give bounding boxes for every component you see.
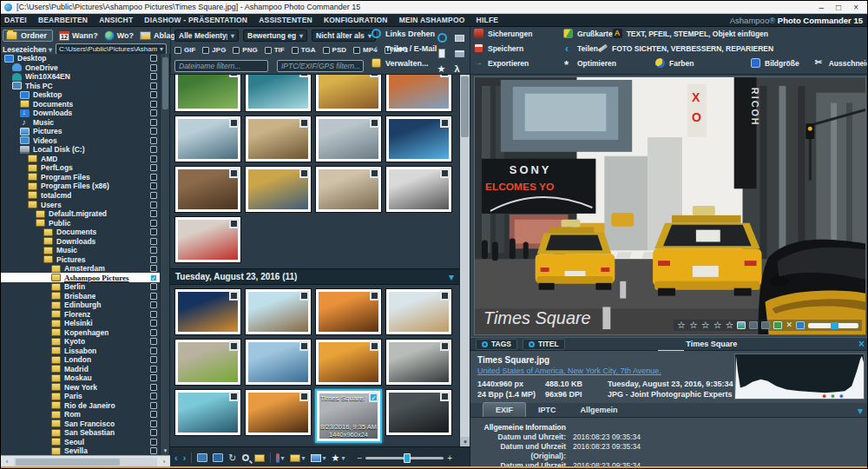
share-email-button[interactable]: ‹ Teilen / E-Mail xyxy=(372,43,437,54)
picture-dropdown[interactable]: ▾ xyxy=(311,454,326,462)
folder-dropdown[interactable]: ▾ xyxy=(290,454,306,462)
image-icon[interactable] xyxy=(197,453,207,462)
preview-zoom-slider[interactable] xyxy=(808,323,858,328)
menu-item[interactable]: ASSISTENTEN xyxy=(259,16,312,24)
menu-item[interactable]: BEARBEITEN xyxy=(38,16,88,24)
tree-item[interactable]: San Francisco xyxy=(1,419,169,429)
thumbnail[interactable] xyxy=(245,288,312,335)
thumbnail[interactable] xyxy=(385,288,452,335)
bookmarks-dropdown[interactable]: Lesezeichen ▾ xyxy=(3,45,52,54)
tree-item-checkbox[interactable] xyxy=(150,311,157,318)
tree-item[interactable]: Pictures xyxy=(1,127,169,136)
tree-item-checkbox[interactable] xyxy=(150,55,157,62)
tree-item-checkbox[interactable] xyxy=(150,393,157,400)
gray-icon[interactable] xyxy=(761,321,770,329)
tree-item-checkbox[interactable] xyxy=(150,128,157,135)
thumbnail[interactable] xyxy=(385,166,452,213)
menu-item[interactable]: HILFE xyxy=(477,16,499,24)
tree-item-checkbox[interactable] xyxy=(150,402,157,409)
thumbnail[interactable] xyxy=(385,389,452,436)
thumbnail-checkbox[interactable] xyxy=(299,118,309,128)
filetype-checkbox[interactable]: PNG xyxy=(233,46,257,54)
collapse-tabs-icon[interactable]: ▾ xyxy=(858,405,868,417)
tree-item-checkbox[interactable] xyxy=(150,384,157,391)
filetype-checkbox[interactable]: TGA xyxy=(292,46,316,54)
thumbnail-checkbox[interactable] xyxy=(370,168,379,178)
prev-icon[interactable]: ‹ xyxy=(174,452,178,463)
tree-item-checkbox[interactable] xyxy=(150,439,157,446)
toolbar-button[interactable]: Ausschneiden xyxy=(815,58,868,68)
tree-item[interactable]: Moskau xyxy=(1,373,169,383)
tree-item-checkbox[interactable] xyxy=(150,137,157,144)
monitor-icon[interactable] xyxy=(455,35,464,42)
person-icon[interactable]: λ xyxy=(455,64,464,74)
thumbnail-checkbox[interactable] xyxy=(370,341,379,351)
tree-item[interactable]: Sevilla xyxy=(1,446,169,455)
scroll-right-icon[interactable]: › xyxy=(158,458,170,466)
thumbnail[interactable] xyxy=(245,389,312,436)
tree-item-checkbox[interactable] xyxy=(150,356,157,363)
tree-item-checkbox[interactable] xyxy=(150,220,157,227)
tree-item-checkbox[interactable] xyxy=(150,338,157,345)
tree-item[interactable]: Rio de Janeiro xyxy=(1,401,169,411)
tree-item[interactable]: Videos xyxy=(1,136,169,146)
tree-item[interactable]: Lissabon xyxy=(1,347,169,356)
tree-item-checkbox[interactable] xyxy=(150,73,157,80)
tree-item-checkbox[interactable] xyxy=(150,146,157,153)
menu-item[interactable]: KONFIGURATION xyxy=(324,16,388,24)
thumbnail[interactable] xyxy=(315,288,382,335)
manage-button[interactable]: Verwalten... xyxy=(372,57,437,69)
rating-star-icon[interactable]: ☆ xyxy=(689,320,698,330)
thumbnail-checkbox[interactable] xyxy=(299,341,309,351)
thumbnail-checkbox[interactable] xyxy=(440,75,450,77)
menu-item[interactable]: DATEI xyxy=(4,16,27,24)
tree-item-checkbox[interactable] xyxy=(150,283,157,290)
tree-item-checkbox[interactable] xyxy=(150,320,157,327)
tree-item[interactable]: Users xyxy=(1,200,169,209)
tree-horizontal-scrollbar[interactable]: ‹ › xyxy=(1,455,170,467)
tree-item-checkbox[interactable] xyxy=(150,347,157,354)
thumbnail[interactable] xyxy=(315,339,382,386)
menu-item[interactable]: MEIN ASHAMPOO xyxy=(399,16,465,24)
tree-item[interactable]: Paris xyxy=(1,392,169,401)
tree-item[interactable]: Documents xyxy=(1,228,169,237)
thumbnail-checkbox[interactable] xyxy=(369,393,378,402)
fullscreen-image-icon[interactable] xyxy=(213,453,223,462)
green-icon[interactable] xyxy=(773,321,782,329)
thumbnail[interactable] xyxy=(315,166,382,213)
tab-exif[interactable]: EXIF xyxy=(483,402,526,417)
slider-handle[interactable] xyxy=(831,322,838,329)
tree-item[interactable]: OneDrive xyxy=(1,63,169,73)
thumbnail[interactable]: Times Square.jp 8/23/2016, 9:35 AM 1440x… xyxy=(315,389,382,443)
tree-item-checkbox[interactable] xyxy=(150,228,157,235)
tree-item-checkbox[interactable] xyxy=(150,429,157,436)
tree-item[interactable]: Downloads xyxy=(1,236,169,246)
rotate-icon[interactable]: ↻ xyxy=(228,452,236,464)
picture-icon[interactable] xyxy=(737,321,746,329)
thumbnail[interactable] xyxy=(385,116,452,162)
tree-item-checkbox[interactable] xyxy=(150,447,157,454)
thumbnail-checkbox[interactable] xyxy=(229,341,239,351)
tree-item-checkbox[interactable] xyxy=(150,256,157,263)
toolbar-button[interactable]: FOTO SICHTEN, VERBESSERN, REPARIEREN xyxy=(598,43,773,53)
rating-star-icon[interactable]: ☆ xyxy=(726,320,734,330)
tree-item[interactable]: Kyoto xyxy=(1,337,169,347)
tree-item[interactable]: Documents xyxy=(1,100,169,109)
rating-star-icon[interactable]: ☆ xyxy=(677,320,686,330)
tree-item-checkbox[interactable] xyxy=(150,265,157,272)
thermometer-dropdown[interactable]: ▾ xyxy=(276,453,285,463)
titel-button[interactable]: TITEL xyxy=(523,339,565,350)
tree-item-checkbox[interactable] xyxy=(150,301,157,308)
tree-item-checkbox[interactable] xyxy=(150,174,157,181)
tree-item-checkbox[interactable] xyxy=(150,411,157,418)
tree-item-checkbox[interactable] xyxy=(150,366,157,373)
where-button[interactable]: Wo? xyxy=(104,30,134,41)
toolbar-button[interactable]: Teilen xyxy=(563,43,598,53)
fullscreen-icon[interactable]: ✕ xyxy=(786,321,792,329)
tree-item[interactable]: Pictures xyxy=(1,254,169,264)
tree-item-checkbox[interactable] xyxy=(150,91,157,98)
thumbnail[interactable] xyxy=(315,116,382,162)
toolbar-button[interactable]: Grußkarte xyxy=(563,29,613,38)
thumbnail-checkbox[interactable] xyxy=(440,168,450,178)
tree-item-checkbox[interactable] xyxy=(150,182,157,189)
